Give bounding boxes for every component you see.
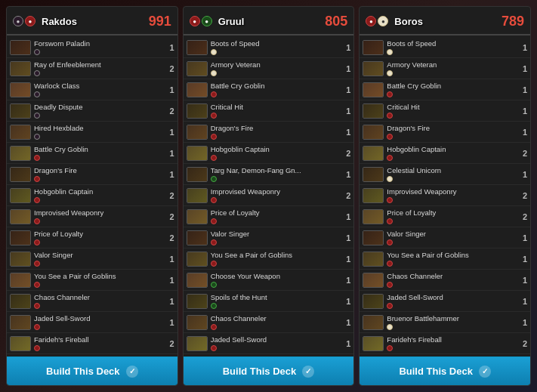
card-info: You See a Pair of Goblins — [387, 251, 517, 266]
card-row[interactable]: Battle Cry Goblin1 — [360, 79, 530, 100]
card-row[interactable]: You See a Pair of Goblins1 — [184, 248, 354, 270]
card-thumbnail — [363, 61, 384, 76]
card-name: Jaded Sell-Sword — [34, 314, 164, 323]
card-mana-red — [387, 239, 393, 245]
deck-header-gruul: ●●Gruul805 — [184, 7, 354, 35]
card-name: You See a Pair of Goblins — [34, 272, 164, 280]
card-row[interactable]: Jaded Sell-Sword1 — [360, 291, 530, 312]
build-button-boros[interactable]: Build This Deck✓ — [360, 357, 530, 385]
card-name: Jaded Sell-Sword — [387, 293, 517, 301]
card-thumbnail — [363, 146, 384, 161]
card-mana-icons — [387, 176, 517, 182]
card-row[interactable]: Improvised Weaponry2 — [360, 185, 530, 206]
card-mana-icons — [387, 197, 517, 203]
card-thumbnail — [10, 230, 31, 245]
build-button-rakdos[interactable]: Build This Deck✓ — [7, 357, 177, 385]
card-row[interactable]: Forsworn Paladin1 — [7, 37, 177, 58]
card-row[interactable]: Warlock Class1 — [7, 79, 177, 100]
card-row[interactable]: Armory Veteran1 — [360, 58, 530, 79]
card-row[interactable]: Valor Singer1 — [7, 248, 177, 270]
card-mana-icons — [387, 113, 517, 119]
card-row[interactable]: Jaded Sell-Sword1 — [184, 333, 354, 354]
card-info: Price of Loyalty — [211, 208, 341, 224]
card-row[interactable]: Improvised Weaponry2 — [7, 206, 177, 227]
build-button-gruul[interactable]: Build This Deck✓ — [184, 357, 354, 385]
card-row[interactable]: Spoils of the Hunt1 — [184, 291, 354, 312]
card-row[interactable]: Hobgoblin Captain2 — [360, 143, 530, 164]
card-count: 1 — [520, 43, 527, 52]
deck-score-gruul: 805 — [325, 14, 347, 29]
card-mana-red — [34, 239, 40, 245]
card-row[interactable]: Chaos Channeler1 — [360, 270, 530, 291]
deck-header-left-gruul: ●●Gruul — [190, 16, 245, 27]
card-row[interactable]: Price of Loyalty2 — [7, 227, 177, 248]
card-row[interactable]: Targ Nar, Demon-Fang Gn...1 — [184, 164, 354, 185]
card-row[interactable]: Bruenor Battlehammer1 — [360, 312, 530, 333]
card-info: Jaded Sell-Sword — [211, 335, 341, 350]
card-mana-icons — [34, 282, 164, 288]
card-thumbnail — [363, 103, 384, 119]
card-thumbnail-inner — [363, 83, 383, 97]
card-row[interactable]: Price of Loyalty2 — [360, 206, 530, 227]
card-mana-icons — [34, 345, 164, 351]
card-thumbnail — [10, 188, 31, 203]
card-row[interactable]: Farideh's Fireball2 — [360, 333, 530, 354]
card-name: Valor Singer — [387, 230, 517, 238]
card-name: Price of Loyalty — [387, 208, 517, 217]
card-row[interactable]: Battle Cry Goblin1 — [7, 143, 177, 164]
card-count: 1 — [343, 233, 350, 242]
card-row[interactable]: Dragon's Fire1 — [7, 164, 177, 185]
card-thumbnail-inner — [11, 189, 30, 202]
card-row[interactable]: Hired Hexblade1 — [7, 122, 177, 143]
card-row[interactable]: You See a Pair of Goblins1 — [7, 270, 177, 291]
card-row[interactable]: Ray of Enfeeblement2 — [7, 58, 177, 79]
card-row[interactable]: Farideh's Fireball2 — [7, 333, 177, 354]
card-thumbnail-inner — [11, 147, 30, 160]
card-thumbnail-inner — [363, 147, 383, 160]
card-name: Battle Cry Goblin — [211, 82, 341, 90]
card-mana-icons — [34, 324, 164, 330]
card-row[interactable]: Valor Singer1 — [360, 227, 530, 248]
card-row[interactable]: Dragon's Fire1 — [360, 122, 530, 143]
card-thumbnail-inner — [11, 231, 30, 245]
card-count: 2 — [167, 233, 174, 242]
card-row[interactable]: Deadly Dispute2 — [7, 100, 177, 122]
card-count: 2 — [167, 64, 174, 73]
card-name: Chaos Channeler — [34, 293, 164, 301]
card-thumbnail — [187, 146, 208, 161]
card-row[interactable]: Critical Hit1 — [184, 100, 354, 122]
card-row[interactable]: Price of Loyalty1 — [184, 206, 354, 227]
card-mana-white — [211, 70, 217, 76]
check-icon: ✓ — [302, 366, 314, 378]
card-row[interactable]: Boots of Speed1 — [184, 37, 354, 58]
card-row[interactable]: Hobgoblin Captain2 — [184, 143, 354, 164]
card-info: You See a Pair of Goblins — [34, 272, 164, 287]
card-row[interactable]: Hobgoblin Captain2 — [7, 185, 177, 206]
card-row[interactable]: Improvised Weaponry2 — [184, 185, 354, 206]
card-info: Critical Hit — [387, 103, 517, 118]
card-row[interactable]: Chaos Channeler1 — [7, 291, 177, 312]
card-info: Valor Singer — [34, 251, 164, 266]
card-row[interactable]: Choose Your Weapon1 — [184, 270, 354, 291]
card-name: Warlock Class — [34, 82, 164, 90]
check-icon: ✓ — [126, 366, 138, 378]
card-row[interactable]: Critical Hit1 — [360, 100, 530, 122]
card-row[interactable]: Boots of Speed1 — [360, 37, 530, 58]
card-row[interactable]: Celestial Unicorn1 — [360, 164, 530, 185]
card-row[interactable]: Dragon's Fire1 — [184, 122, 354, 143]
card-name: Deadly Dispute — [34, 103, 164, 111]
card-row[interactable]: Armory Veteran1 — [184, 58, 354, 79]
card-row[interactable]: Chaos Channeler1 — [184, 312, 354, 333]
card-info: Celestial Unicorn — [387, 166, 517, 181]
card-count: 1 — [343, 170, 350, 179]
card-row[interactable]: Battle Cry Goblin1 — [184, 79, 354, 100]
card-row[interactable]: Jaded Sell-Sword1 — [7, 312, 177, 333]
card-thumbnail — [10, 294, 31, 309]
card-mana-icons — [34, 70, 164, 76]
card-thumbnail — [363, 273, 384, 288]
card-mana-white — [387, 324, 393, 330]
card-row[interactable]: Valor Singer1 — [184, 227, 354, 248]
card-mana-black — [34, 49, 40, 55]
card-row[interactable]: You See a Pair of Goblins1 — [360, 248, 530, 270]
card-thumbnail — [187, 40, 208, 55]
